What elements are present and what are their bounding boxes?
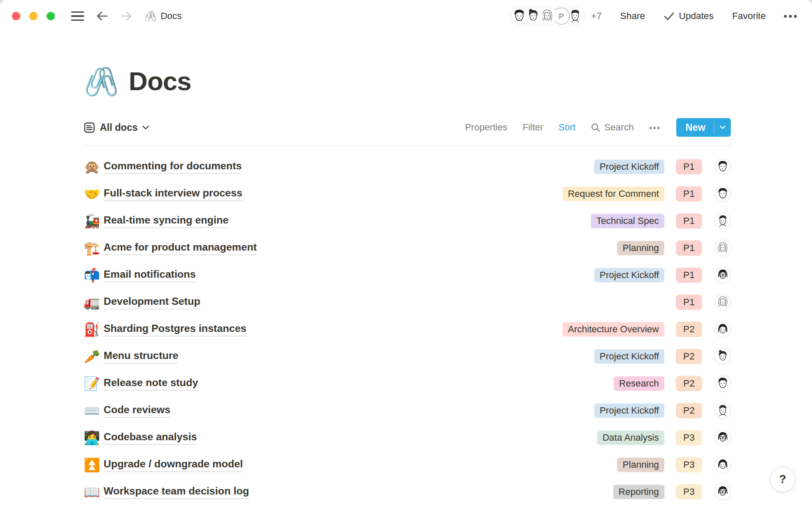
priority-badge[interactable]: P1 bbox=[676, 213, 702, 229]
doc-row[interactable]: 🏗️ Acme for product management Planning … bbox=[84, 235, 731, 262]
doc-title-link[interactable]: Email notifications bbox=[104, 268, 196, 282]
check-icon bbox=[664, 11, 675, 21]
assignee-avatar[interactable] bbox=[715, 267, 731, 283]
doc-row[interactable]: ⛽ Sharding Postgres instances Architectu… bbox=[84, 316, 731, 343]
doc-tag[interactable]: Data Analysis bbox=[597, 431, 664, 445]
paperclip-icon: 🖇️ bbox=[144, 11, 156, 22]
doc-emoji-icon: ⏫ bbox=[84, 458, 102, 472]
assignee-avatar[interactable] bbox=[715, 457, 731, 473]
doc-tag[interactable]: Project Kickoff bbox=[594, 268, 664, 282]
doc-emoji-icon: 🙊 bbox=[84, 160, 102, 174]
sort-button[interactable]: Sort bbox=[559, 122, 576, 133]
doc-tag[interactable]: Planning bbox=[617, 241, 664, 255]
chevron-down-icon bbox=[719, 125, 726, 130]
doc-row[interactable]: 📝 Release note study Research P2 bbox=[84, 370, 731, 397]
breadcrumb[interactable]: 🖇️ Docs bbox=[144, 11, 182, 22]
doc-title-link[interactable]: Workspace team decision log bbox=[104, 485, 249, 499]
doc-row[interactable]: 👩‍💻 Codebase analysis Data Analysis P3 bbox=[84, 424, 731, 451]
doc-title-link[interactable]: Real-time syncing engine bbox=[104, 214, 228, 228]
properties-button[interactable]: Properties bbox=[465, 122, 507, 133]
doc-row[interactable]: 📖 Workspace team decision log Reporting … bbox=[84, 478, 731, 505]
priority-badge[interactable]: P1 bbox=[676, 159, 702, 174]
priority-badge[interactable]: P3 bbox=[676, 484, 702, 500]
doc-title-link[interactable]: Acme for product management bbox=[104, 241, 257, 255]
priority-badge[interactable]: P1 bbox=[676, 186, 702, 202]
priority-badge[interactable]: P2 bbox=[676, 403, 702, 418]
doc-tag[interactable]: Research bbox=[614, 376, 664, 391]
priority-badge[interactable]: P2 bbox=[676, 349, 702, 364]
priority-badge[interactable]: P2 bbox=[676, 376, 702, 391]
new-dropdown-button[interactable] bbox=[714, 118, 731, 137]
assignee-avatar[interactable] bbox=[715, 159, 731, 175]
traffic-light-close-button[interactable] bbox=[12, 12, 20, 20]
doc-tag[interactable]: Request for Comment bbox=[562, 187, 664, 201]
search-button[interactable]: Search bbox=[591, 122, 634, 133]
doc-title-link[interactable]: Upgrade / downgrade model bbox=[104, 458, 243, 472]
doc-row-properties: Architecture Overview P2 bbox=[562, 321, 731, 337]
updates-button[interactable]: Updates bbox=[664, 11, 713, 22]
assignee-avatar[interactable] bbox=[715, 186, 731, 202]
page-heading[interactable]: Docs bbox=[129, 66, 191, 96]
doc-title-link[interactable]: Commenting for documents bbox=[104, 160, 242, 174]
view-name: All docs bbox=[100, 122, 137, 133]
priority-badge[interactable]: P3 bbox=[676, 430, 702, 445]
assignee-avatar[interactable] bbox=[715, 240, 731, 256]
traffic-light-zoom-button[interactable] bbox=[47, 12, 55, 20]
doc-emoji-icon: 📝 bbox=[84, 377, 102, 390]
doc-title-link[interactable]: Code reviews bbox=[104, 404, 170, 418]
doc-row[interactable]: 🤝 Full-stack interview process Request f… bbox=[84, 180, 731, 207]
doc-row[interactable]: 🚛 Development Setup P1 bbox=[84, 289, 731, 316]
doc-row[interactable]: ⌨️ Code reviews Project Kickoff P2 bbox=[84, 397, 731, 424]
doc-row[interactable]: 🚂 Real-time syncing engine Technical Spe… bbox=[84, 207, 731, 235]
doc-row[interactable]: ⏫ Upgrade / downgrade model Planning P3 bbox=[84, 451, 731, 478]
page-icon[interactable]: 🖇️ bbox=[84, 67, 118, 95]
priority-badge[interactable]: P2 bbox=[676, 322, 702, 337]
doc-title-link[interactable]: Full-stack interview process bbox=[104, 187, 242, 201]
assignee-avatar[interactable] bbox=[715, 484, 731, 500]
sidebar-toggle-button[interactable] bbox=[71, 11, 84, 21]
search-label: Search bbox=[604, 122, 634, 133]
doc-row-properties: Project Kickoff P1 bbox=[594, 159, 731, 175]
view-switcher[interactable]: All docs bbox=[84, 122, 149, 133]
more-options-button[interactable]: ••• bbox=[784, 11, 798, 22]
assignee-avatar[interactable] bbox=[715, 213, 731, 229]
doc-title-link[interactable]: Codebase analysis bbox=[104, 431, 197, 445]
doc-title-link[interactable]: Menu structure bbox=[104, 350, 178, 364]
doc-emoji-icon: 🥕 bbox=[84, 350, 102, 363]
share-label: Share bbox=[620, 11, 645, 22]
doc-row[interactable]: 📬 Email notifications Project Kickoff P1 bbox=[84, 262, 731, 289]
doc-title-link[interactable]: Development Setup bbox=[104, 295, 200, 309]
priority-badge[interactable]: P1 bbox=[676, 268, 702, 283]
priority-badge[interactable]: P1 bbox=[676, 295, 702, 310]
priority-badge[interactable]: P1 bbox=[676, 240, 702, 256]
back-button[interactable] bbox=[95, 10, 109, 22]
doc-title-link[interactable]: Release note study bbox=[104, 377, 198, 391]
share-button[interactable]: Share bbox=[620, 11, 645, 22]
doc-tag[interactable]: Reporting bbox=[613, 485, 664, 499]
doc-tag[interactable]: Project Kickoff bbox=[594, 160, 664, 174]
assignee-avatar[interactable] bbox=[715, 375, 731, 392]
doc-tag[interactable]: Project Kickoff bbox=[594, 403, 664, 418]
doc-tag[interactable]: Architecture Overview bbox=[562, 322, 664, 337]
doc-tag[interactable]: Planning bbox=[617, 458, 664, 472]
help-button[interactable]: ? bbox=[770, 467, 795, 492]
page-content: 🖇️ Docs All docs Properties Filter Sort bbox=[84, 66, 731, 505]
traffic-light-minimize-button[interactable] bbox=[29, 12, 38, 20]
doc-title-link[interactable]: Sharding Postgres instances bbox=[104, 323, 247, 337]
new-button[interactable]: New bbox=[676, 118, 714, 137]
view-more-options-button[interactable]: ••• bbox=[649, 123, 661, 132]
assignee-avatar[interactable] bbox=[715, 430, 731, 446]
doc-tag[interactable]: Project Kickoff bbox=[594, 349, 664, 364]
doc-tag[interactable]: Technical Spec bbox=[591, 214, 664, 228]
assignee-avatar[interactable] bbox=[715, 348, 731, 364]
priority-badge[interactable]: P3 bbox=[676, 457, 702, 472]
assignee-avatar[interactable] bbox=[715, 321, 731, 337]
forward-button[interactable] bbox=[120, 10, 133, 22]
favorite-button[interactable]: Favorite bbox=[732, 11, 765, 22]
doc-row[interactable]: 🥕 Menu structure Project Kickoff P2 bbox=[84, 343, 731, 370]
assignee-avatar[interactable] bbox=[715, 294, 731, 310]
filter-button[interactable]: Filter bbox=[523, 122, 543, 133]
collaborator-avatars[interactable] bbox=[510, 6, 585, 26]
doc-row[interactable]: 🙊 Commenting for documents Project Kicko… bbox=[84, 153, 731, 180]
assignee-avatar[interactable] bbox=[715, 403, 731, 419]
